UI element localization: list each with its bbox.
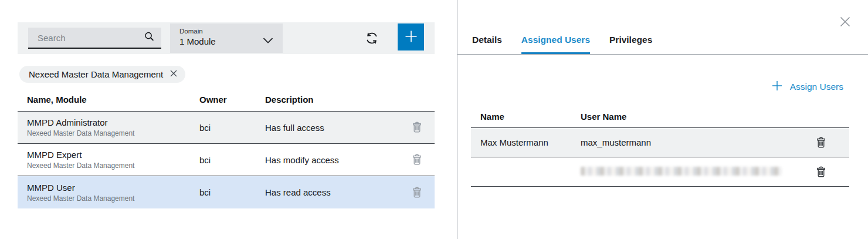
role-owner: bci xyxy=(199,155,265,165)
redacted-text-blur xyxy=(581,167,782,176)
role-module: Nexeed Master Data Management xyxy=(27,161,199,170)
roles-table-header: Name, Module Owner Description xyxy=(18,87,435,112)
domain-dropdown-value: 1 Module xyxy=(179,36,273,46)
domain-dropdown-label: Domain xyxy=(179,28,273,35)
remove-user-button[interactable] xyxy=(815,136,828,149)
roles-panel: Search Domain 1 Module xyxy=(0,0,457,239)
domain-dropdown[interactable]: Domain 1 Module xyxy=(170,23,283,53)
chevron-down-icon xyxy=(263,35,273,46)
table-row[interactable]: MMPD Expert Nexeed Master Data Managemen… xyxy=(18,144,435,176)
role-owner: bci xyxy=(199,123,265,133)
search-icon xyxy=(143,31,155,45)
role-detail-panel: Details Assigned Users Privileges Assign… xyxy=(457,0,868,239)
add-role-button[interactable] xyxy=(398,23,424,51)
assign-users-label: Assign Users xyxy=(790,82,843,92)
trash-icon xyxy=(815,171,828,180)
search-input[interactable]: Search xyxy=(28,28,161,49)
delete-role-button[interactable] xyxy=(411,121,423,134)
trash-icon xyxy=(411,159,423,168)
role-module: Nexeed Master Data Management xyxy=(27,194,199,203)
filter-chip-remove-button[interactable] xyxy=(169,69,178,79)
column-header-owner: Owner xyxy=(199,95,265,105)
user-name: max_mustermann xyxy=(581,137,793,147)
refresh-icon xyxy=(364,39,380,48)
role-description: Has read access xyxy=(265,187,399,197)
role-description: Has full access xyxy=(265,123,399,133)
table-row[interactable]: Max Mustermann max_mustermann xyxy=(471,128,849,157)
column-header-user-name: User Name xyxy=(581,112,793,122)
role-name: MMPD User xyxy=(27,183,199,193)
user-full-name: Max Mustermann xyxy=(471,137,581,147)
plus-icon xyxy=(772,80,782,93)
plus-icon xyxy=(404,29,419,46)
table-row[interactable] xyxy=(471,157,849,187)
role-owner: bci xyxy=(199,187,265,197)
column-header-name-module: Name, Module xyxy=(18,95,199,105)
roles-table: Name, Module Owner Description MMPD Admi… xyxy=(18,87,435,208)
role-name: MMPD Expert xyxy=(27,150,199,160)
x-icon xyxy=(169,69,178,79)
filter-chip[interactable]: Nexeed Master Data Management xyxy=(19,66,185,83)
trash-icon xyxy=(411,127,423,136)
detail-tabbar: Details Assigned Users Privileges xyxy=(457,0,868,55)
role-description: Has modify access xyxy=(265,155,399,165)
assigned-users-table: Name User Name Max Mustermann max_muster… xyxy=(471,106,849,187)
column-header-name: Name xyxy=(471,112,581,122)
trash-icon xyxy=(411,192,423,201)
close-icon xyxy=(839,21,852,30)
close-panel-button[interactable] xyxy=(838,15,852,29)
delete-role-button[interactable] xyxy=(411,153,423,166)
tab-privileges[interactable]: Privileges xyxy=(609,35,652,54)
user-name-redacted xyxy=(581,167,793,177)
table-row[interactable]: MMPD Administrator Nexeed Master Data Ma… xyxy=(18,112,435,144)
assigned-users-table-header: Name User Name xyxy=(471,106,849,128)
column-header-description: Description xyxy=(265,95,399,105)
tab-details[interactable]: Details xyxy=(472,35,502,54)
filter-chip-label: Nexeed Master Data Management xyxy=(29,69,163,79)
tab-assigned-users[interactable]: Assigned Users xyxy=(521,35,590,54)
app-window: Search Domain 1 Module xyxy=(0,0,868,239)
role-module: Nexeed Master Data Management xyxy=(27,129,199,137)
remove-user-button[interactable] xyxy=(815,166,828,179)
delete-role-button[interactable] xyxy=(411,186,423,199)
trash-icon xyxy=(815,142,828,151)
refresh-button[interactable] xyxy=(364,30,380,46)
table-row-selected[interactable]: MMPD User Nexeed Master Data Management … xyxy=(18,176,435,208)
search-placeholder: Search xyxy=(38,33,143,43)
assign-users-button[interactable]: Assign Users xyxy=(772,80,843,93)
role-name: MMPD Administrator xyxy=(27,117,199,127)
roles-toolbar: Search Domain 1 Module xyxy=(18,22,435,54)
